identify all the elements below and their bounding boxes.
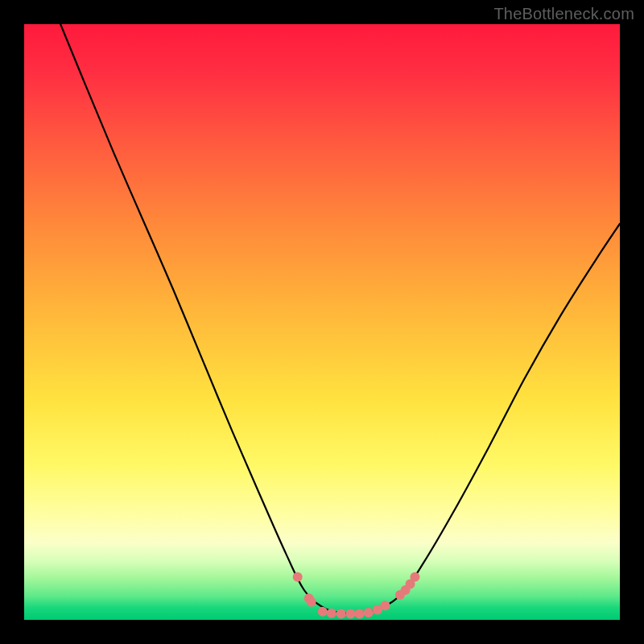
curve-marker bbox=[318, 607, 328, 617]
curve-marker bbox=[410, 572, 419, 582]
curve-marker bbox=[293, 572, 303, 582]
curve-marker bbox=[380, 601, 390, 610]
curve-markers bbox=[293, 572, 420, 619]
attribution-label: TheBottleneck.com bbox=[493, 5, 634, 23]
curve-layer bbox=[24, 24, 620, 620]
chart-frame: TheBottleneck.com bbox=[0, 0, 644, 644]
curve-marker bbox=[346, 609, 356, 619]
curve-marker bbox=[336, 609, 346, 619]
plot-area bbox=[24, 24, 620, 620]
curve-marker bbox=[327, 609, 336, 618]
curve-marker bbox=[364, 608, 374, 617]
curve-marker bbox=[307, 597, 316, 607]
bottleneck-curve bbox=[60, 24, 620, 613]
curve-marker bbox=[355, 609, 365, 619]
